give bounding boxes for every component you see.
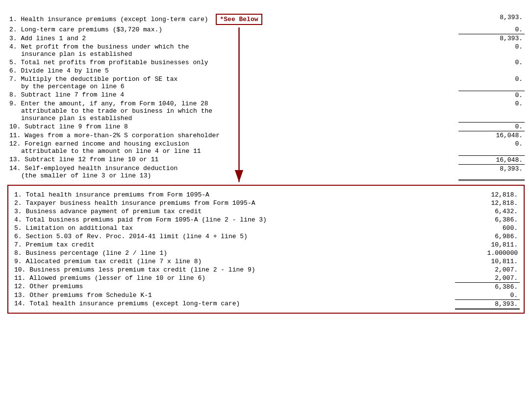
line-number: 13. xyxy=(14,292,25,299)
see-below-box: *See Below xyxy=(216,14,262,25)
table-row: 14. Self-employed health insurance deduc… xyxy=(7,164,525,180)
line-value: 10,811. xyxy=(455,257,520,266)
line-label: 12. Other premiums xyxy=(12,282,455,291)
bottom-section: 1. Total health insurance premiums from … xyxy=(7,185,525,314)
table-row: 1. Total health insurance premiums from … xyxy=(12,191,520,199)
line-label: 7. Premium tax credit xyxy=(12,241,455,249)
line-number: 5. xyxy=(14,224,22,232)
line-value: 6,432. xyxy=(455,207,520,216)
line-label: 12. Foreign earned income and housing ex… xyxy=(7,140,458,155)
line-number: 7. xyxy=(14,241,22,248)
line-number: 9. xyxy=(9,100,17,107)
table-row: 7. Premium tax credit10,811. xyxy=(12,241,520,249)
line-label: 5. Limitation on additional tax xyxy=(12,224,455,232)
line-number: 4. xyxy=(9,43,17,50)
table-row: 5. Total net profits from profitable bus… xyxy=(7,58,525,67)
line-value: 0. xyxy=(458,99,525,123)
line-number: 1. xyxy=(9,16,17,23)
line-number: 2. xyxy=(14,199,22,207)
line-number: 6. xyxy=(14,233,22,240)
table-row: 14. Total health insurance premiums (exc… xyxy=(12,299,520,309)
line-number: 8. xyxy=(14,249,22,257)
table-row: 7. Multiply the deductible portion of SE… xyxy=(7,75,525,91)
line-value: 8,393. xyxy=(458,164,525,180)
line-value: 0. xyxy=(458,75,525,91)
line-value: 0. xyxy=(458,43,525,58)
line-number: 12. xyxy=(14,283,25,290)
table-row: 3. Add lines 1 and 28,393. xyxy=(7,34,525,43)
table-row: 6. Divide line 4 by line 5 xyxy=(7,67,525,75)
line-label: 6. Section 5.03 of Rev. Proc. 2014-41 li… xyxy=(12,232,455,241)
line-value: 12,818. xyxy=(455,191,520,199)
table-row: 2. Long-term care premiums ($3,720 max.)… xyxy=(7,25,525,34)
line-value: 8,393. xyxy=(458,13,525,25)
line-value: 8,393. xyxy=(455,299,520,309)
line-label: 9. Enter the amount, if any, from Form 1… xyxy=(7,99,458,123)
line-label: 4. Net profit from the business under wh… xyxy=(7,43,458,58)
line-value: 2,007. xyxy=(455,266,520,274)
line-value: 0. xyxy=(458,140,525,155)
table-row: 9. Enter the amount, if any, from Form 1… xyxy=(7,99,525,123)
line-number: 8. xyxy=(9,91,17,99)
table-row: 6. Section 5.03 of Rev. Proc. 2014-41 li… xyxy=(12,232,520,241)
line-value: 6,386. xyxy=(455,282,520,291)
line-number: 4. xyxy=(14,216,22,223)
table-row: 13. Other premiums from Schedule K-10. xyxy=(12,291,520,300)
line-value: 6,986. xyxy=(455,232,520,241)
line-label: 11. Allowed premiums (lesser of line 10 … xyxy=(12,274,455,283)
line-label: 7. Multiply the deductible portion of SE… xyxy=(7,75,458,91)
line-number: 13. xyxy=(9,156,21,163)
line-value: 600. xyxy=(455,224,520,232)
table-row: 8. Business percentage (line 2 / line 1)… xyxy=(12,249,520,257)
line-number: 12. xyxy=(9,140,21,148)
line-value: 0. xyxy=(458,91,525,99)
line-number: 14. xyxy=(14,300,25,307)
table-row: 10. Business premiums less premium tax c… xyxy=(12,266,520,274)
table-row: 10. Subtract line 9 from line 80. xyxy=(7,123,525,131)
line-number: 10. xyxy=(14,266,25,273)
table-row: 11. Wages from a more-than-2% S corporat… xyxy=(7,131,525,140)
line-number: 7. xyxy=(9,75,17,83)
line-label: 1. Total health insurance premiums from … xyxy=(12,191,455,199)
table-row: 3. Business advance payment of premium t… xyxy=(12,207,520,216)
line-value: 16,048. xyxy=(458,155,525,164)
line-number: 6. xyxy=(9,67,17,74)
line-label: 8. Business percentage (line 2 / line 1) xyxy=(12,249,455,257)
line-label: 9. Allocated premium tax credit (line 7 … xyxy=(12,257,455,266)
line-value: 0. xyxy=(458,58,525,67)
line-value: 0. xyxy=(455,291,520,300)
line-label: 3. Add lines 1 and 2 xyxy=(7,34,458,43)
line-number: 3. xyxy=(14,208,22,215)
line-number: 2. xyxy=(9,26,17,33)
line-label: 1. Health insurance premiums (except lon… xyxy=(7,13,458,25)
line-number: 5. xyxy=(9,59,17,66)
line-label: 13. Subtract line 12 from line 10 or 11 xyxy=(7,155,458,164)
line-value: 0. xyxy=(458,25,525,34)
table-row: 9. Allocated premium tax credit (line 7 … xyxy=(12,257,520,266)
line-number: 1. xyxy=(14,191,22,198)
line-value: 2,007. xyxy=(455,274,520,283)
line-label: 5. Total net profits from profitable bus… xyxy=(7,58,458,67)
line-label: 10. Subtract line 9 from line 8 xyxy=(7,123,458,131)
table-row: 12. Other premiums6,386. xyxy=(12,282,520,291)
table-row: 4. Net profit from the business under wh… xyxy=(7,43,525,58)
line-value: 12,818. xyxy=(455,199,520,207)
line-label: 13. Other premiums from Schedule K-1 xyxy=(12,291,455,300)
line-label: 3. Business advance payment of premium t… xyxy=(12,207,455,216)
line-value: 16,048. xyxy=(458,131,525,140)
table-row: 5. Limitation on additional tax600. xyxy=(12,224,520,232)
line-number: 9. xyxy=(14,258,22,265)
taxpayer-header xyxy=(458,10,525,13)
line-value: 10,811. xyxy=(455,241,520,249)
table-row: 2. Taxpayer business health insurance pr… xyxy=(12,199,520,207)
table-row: 1. Health insurance premiums (except lon… xyxy=(7,13,525,25)
line-number: 14. xyxy=(9,165,21,172)
table-row: 8. Subtract line 7 from line 40. xyxy=(7,91,525,99)
table-row: 12. Foreign earned income and housing ex… xyxy=(7,140,525,155)
line-value: 8,393. xyxy=(458,34,525,43)
table-row: 11. Allowed premiums (lesser of line 10 … xyxy=(12,274,520,283)
line-number: 11. xyxy=(9,132,21,139)
line-label: 4. Total business premiums paid from For… xyxy=(12,216,455,224)
line-label: 6. Divide line 4 by line 5 xyxy=(7,67,458,75)
line-label: 14. Self-employed health insurance deduc… xyxy=(7,164,458,180)
